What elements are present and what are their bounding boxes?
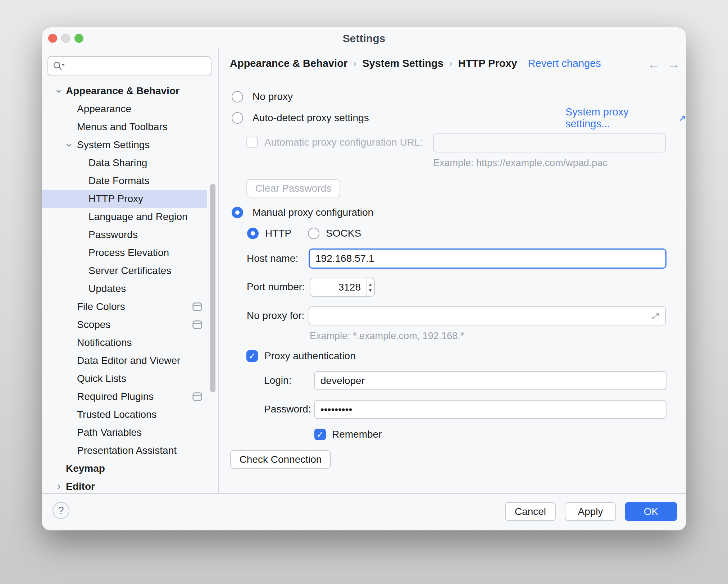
- sidebar-item-quick-lists[interactable]: Quick Lists: [42, 370, 207, 388]
- sidebar-item-notifications[interactable]: Notifications: [42, 334, 207, 352]
- sidebar-item-trusted-locations[interactable]: Trusted Locations: [42, 406, 207, 424]
- sidebar-scrollbar[interactable]: [210, 184, 215, 392]
- manual-proxy-radio[interactable]: [232, 207, 243, 218]
- sidebar-item-appearance-behavior[interactable]: Appearance & Behavior: [42, 82, 207, 100]
- history-forward-icon[interactable]: →: [668, 58, 680, 70]
- auto-url-checkbox[interactable]: [246, 137, 258, 148]
- system-proxy-settings-link[interactable]: System proxy settings... ↗: [565, 112, 686, 124]
- stepper-down-icon[interactable]: ▼: [368, 288, 373, 293]
- cancel-button[interactable]: Cancel: [505, 502, 556, 521]
- sidebar-item-label: Menus and Toolbars: [77, 121, 168, 133]
- no-proxy-for-input[interactable]: [309, 310, 650, 322]
- sidebar-item-data-editor-and-viewer[interactable]: Data Editor and Viewer: [42, 352, 207, 370]
- port-number-field: ▲ ▼: [310, 278, 375, 297]
- login-input[interactable]: [315, 375, 666, 387]
- settings-search-field[interactable]: [47, 56, 211, 76]
- auto-detect-label: Auto-detect proxy settings: [252, 112, 369, 124]
- check-connection-button[interactable]: Check Connection: [230, 450, 331, 469]
- password-field: [314, 400, 666, 419]
- auto-url-example: Example: https://example.com/wpad.pac: [433, 158, 608, 169]
- http-label: HTTP: [265, 228, 291, 239]
- apply-button[interactable]: Apply: [565, 502, 616, 521]
- sidebar-item-required-plugins[interactable]: Required Plugins: [42, 388, 207, 406]
- login-field: [314, 371, 666, 390]
- breadcrumb-item[interactable]: System Settings: [362, 58, 443, 69]
- port-number-label: Port number:: [247, 281, 305, 293]
- chevron-down-icon[interactable]: [64, 141, 73, 150]
- sidebar-divider: [218, 49, 219, 494]
- auto-url-input[interactable]: [434, 137, 665, 149]
- card-icon: [192, 392, 202, 401]
- sidebar-item-system-settings[interactable]: System Settings: [42, 136, 207, 154]
- chevron-down-icon[interactable]: [54, 87, 63, 96]
- sidebar-item-language-and-region[interactable]: Language and Region: [42, 208, 207, 226]
- proxy-auth-checkbox[interactable]: [246, 350, 258, 362]
- sidebar-item-label: Date Formats: [88, 175, 150, 187]
- no-proxy-option: No proxy: [232, 91, 293, 102]
- http-radio[interactable]: [247, 228, 259, 239]
- password-input[interactable]: [315, 404, 666, 415]
- breadcrumb-item[interactable]: HTTP Proxy: [458, 58, 517, 69]
- chevron-right-icon[interactable]: [54, 482, 63, 491]
- login-label: Login:: [264, 375, 291, 386]
- sidebar-item-path-variables[interactable]: Path Variables: [42, 424, 207, 442]
- sidebar-item-label: Language and Region: [88, 211, 188, 223]
- auto-detect-radio[interactable]: [232, 112, 243, 124]
- search-input[interactable]: [69, 60, 206, 72]
- sidebar-item-label: Data Editor and Viewer: [77, 355, 180, 366]
- sidebar-item-updates[interactable]: Updates: [42, 280, 207, 298]
- port-number-input[interactable]: [310, 278, 366, 296]
- help-icon[interactable]: ?: [53, 502, 69, 519]
- sidebar-item-date-formats[interactable]: Date Formats: [42, 172, 207, 190]
- sidebar-item-label: Presentation Assistant: [77, 445, 177, 456]
- sidebar-item-label: Required Plugins: [77, 391, 154, 402]
- settings-window: Settings Appearance & BehaviorAppearance…: [42, 27, 686, 530]
- manual-proxy-option: Manual proxy configuration: [232, 207, 373, 218]
- sidebar-item-appearance[interactable]: Appearance: [42, 100, 207, 118]
- sidebar-item-data-sharing[interactable]: Data Sharing: [42, 154, 207, 172]
- expand-field-icon[interactable]: [650, 311, 661, 321]
- remember-checkbox[interactable]: [314, 429, 326, 440]
- sidebar-item-file-colors[interactable]: File Colors: [42, 298, 207, 316]
- socks-radio[interactable]: [308, 228, 319, 239]
- host-name-input[interactable]: [310, 253, 665, 264]
- stepper-up-icon[interactable]: ▲: [368, 282, 373, 287]
- clear-passwords-button[interactable]: Clear Passwords: [246, 179, 340, 197]
- port-stepper[interactable]: ▲ ▼: [366, 278, 374, 296]
- history-back-icon[interactable]: ←: [647, 58, 660, 70]
- sidebar-item-label: Path Variables: [77, 427, 142, 438]
- auto-url-option: Automatic proxy configuration URL:: [246, 137, 423, 148]
- search-icon: [53, 60, 65, 72]
- card-icon: [192, 320, 202, 329]
- sidebar-item-label: File Colors: [77, 301, 125, 312]
- remember-option: Remember: [314, 429, 382, 440]
- sidebar-item-presentation-assistant[interactable]: Presentation Assistant: [42, 442, 207, 460]
- breadcrumb-item[interactable]: Appearance & Behavior: [230, 58, 347, 69]
- check-connection-label: Check Connection: [240, 454, 322, 465]
- no-proxy-for-label: No proxy for:: [247, 310, 304, 321]
- revert-changes-link[interactable]: Revert changes: [528, 58, 601, 69]
- sidebar-item-server-certificates[interactable]: Server Certificates: [42, 262, 207, 280]
- sidebar-item-menus-and-toolbars[interactable]: Menus and Toolbars: [42, 118, 207, 136]
- sidebar-item-label: Trusted Locations: [77, 409, 157, 420]
- sidebar-item-keymap[interactable]: Keymap: [42, 460, 207, 478]
- ok-button[interactable]: OK: [625, 502, 677, 521]
- window-title: Settings: [42, 32, 686, 45]
- breadcrumb: Appearance & Behavior›System Settings›HT…: [230, 58, 601, 69]
- proxy-auth-option: Proxy authentication: [246, 350, 356, 362]
- manual-proxy-label: Manual proxy configuration: [252, 207, 373, 218]
- no-proxy-for-example: Example: *.example.com, 192.168.*: [310, 330, 464, 342]
- sidebar-item-process-elevation[interactable]: Process Elevation: [42, 244, 207, 262]
- auto-url-field: [433, 133, 666, 152]
- protocol-options: HTTP SOCKS: [247, 228, 361, 239]
- sidebar-item-label: System Settings: [77, 139, 150, 151]
- sidebar-item-passwords[interactable]: Passwords: [42, 226, 207, 244]
- auto-detect-option: Auto-detect proxy settings: [232, 112, 369, 124]
- clear-passwords-label: Clear Passwords: [255, 183, 332, 194]
- sidebar-item-http-proxy[interactable]: HTTP Proxy: [42, 190, 207, 208]
- breadcrumb-separator: ›: [449, 58, 452, 69]
- sidebar-item-scopes[interactable]: Scopes: [42, 316, 207, 334]
- no-proxy-radio[interactable]: [232, 91, 243, 102]
- sidebar-item-label: Data Sharing: [88, 157, 147, 169]
- sidebar-item-label: Keymap: [66, 463, 105, 474]
